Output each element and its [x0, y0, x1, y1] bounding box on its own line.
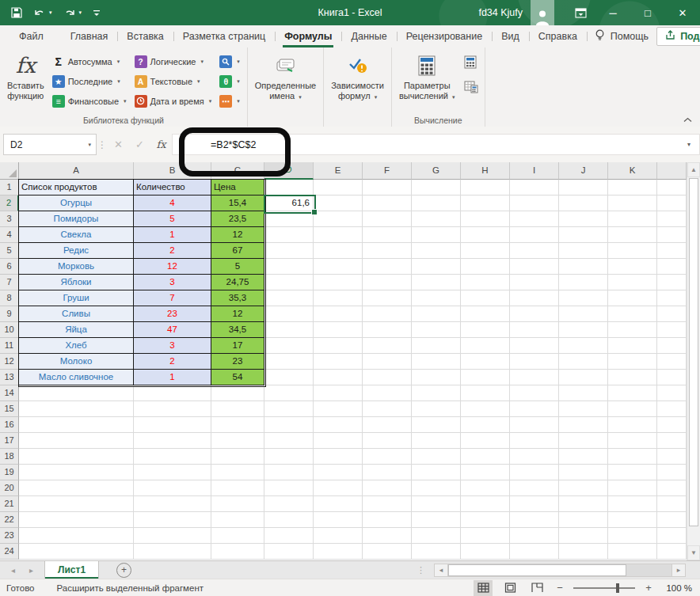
cell-A4[interactable]: Свекла	[19, 227, 134, 243]
cell-E14[interactable]	[314, 385, 363, 401]
cell-A13[interactable]: Масло сливочное	[19, 370, 134, 385]
tab-вид[interactable]: Вид	[492, 25, 529, 47]
insert-function-fx-icon[interactable]: fx	[150, 135, 172, 154]
row-header-16[interactable]: 16	[0, 417, 19, 433]
cell-C13[interactable]: 54	[211, 370, 264, 385]
cell-G17[interactable]	[412, 433, 461, 449]
tab-вставка[interactable]: Вставка	[117, 25, 173, 47]
cell-B24[interactable]	[134, 544, 211, 560]
cell-E10[interactable]	[314, 322, 363, 338]
cell-E21[interactable]	[314, 496, 363, 512]
cell-A3[interactable]: Помидоры	[19, 211, 134, 227]
cell-I17[interactable]	[510, 433, 559, 449]
cell-E11[interactable]	[314, 338, 363, 354]
cell-A24[interactable]	[19, 544, 134, 560]
expand-formula-bar-icon[interactable]: ▾	[679, 134, 700, 155]
cell-B14[interactable]	[134, 385, 211, 401]
cell-C17[interactable]	[211, 433, 264, 449]
cell-partial-21[interactable]	[657, 496, 687, 512]
cell-G15[interactable]	[412, 401, 461, 417]
cell-J13[interactable]	[559, 370, 608, 385]
row-header-4[interactable]: 4	[0, 227, 19, 243]
cell-H1[interactable]	[461, 180, 510, 196]
cell-E15[interactable]	[314, 401, 363, 417]
cell-partial-3[interactable]	[657, 211, 687, 227]
cell-F5[interactable]	[363, 243, 412, 259]
cell-H14[interactable]	[461, 385, 510, 401]
row-header-10[interactable]: 10	[0, 322, 19, 338]
ribbon-display-options-icon[interactable]	[565, 0, 595, 25]
cell-K22[interactable]	[608, 512, 657, 528]
cell-K1[interactable]	[608, 180, 657, 196]
cell-K17[interactable]	[608, 433, 657, 449]
cell-E19[interactable]	[314, 465, 363, 480]
redo-icon[interactable]: ▾	[63, 8, 82, 18]
cell-B8[interactable]: 7	[134, 290, 211, 306]
cell-K18[interactable]	[608, 449, 657, 465]
cell-C5[interactable]: 67	[211, 243, 264, 259]
cell-E8[interactable]	[314, 290, 363, 306]
row-header-11[interactable]: 11	[0, 338, 19, 354]
tab-главная[interactable]: Главная	[61, 25, 118, 47]
zoom-in-icon[interactable]: +	[643, 582, 654, 594]
select-all-corner[interactable]	[0, 162, 19, 180]
column-header-partial[interactable]	[657, 162, 687, 180]
cell-B20[interactable]	[134, 480, 211, 496]
previous-sheet-icon[interactable]: ◂	[11, 566, 15, 575]
cell-H20[interactable]	[461, 480, 510, 496]
cell-I11[interactable]	[510, 338, 559, 354]
cell-B5[interactable]: 2	[134, 243, 211, 259]
cell-C23[interactable]	[211, 528, 264, 544]
defined-names-button[interactable]: Определенныеимена ▾	[251, 49, 320, 102]
cell-H16[interactable]	[461, 417, 510, 433]
cell-A16[interactable]	[19, 417, 134, 433]
cell-J20[interactable]	[559, 480, 608, 496]
cell-partial-19[interactable]	[657, 465, 687, 480]
row-header-18[interactable]: 18	[0, 449, 19, 465]
column-header-A[interactable]: A	[19, 162, 134, 180]
cell-I13[interactable]	[510, 370, 559, 385]
cell-I7[interactable]	[510, 275, 559, 290]
cell-C2[interactable]: 15,4	[211, 196, 264, 211]
cell-G8[interactable]	[412, 290, 461, 306]
insert-function-button[interactable]: fxВставитьфункцию	[3, 49, 48, 101]
cell-B1[interactable]: Количество	[134, 180, 211, 196]
cell-A8[interactable]: Груши	[19, 290, 134, 306]
close-icon[interactable]: ✕	[665, 0, 700, 25]
cell-H17[interactable]	[461, 433, 510, 449]
логические-button[interactable]: ?Логические▾	[131, 51, 216, 71]
cell-J11[interactable]	[559, 338, 608, 354]
cell-E17[interactable]	[314, 433, 363, 449]
cell-C20[interactable]	[211, 480, 264, 496]
cell-F20[interactable]	[363, 480, 412, 496]
cell-I6[interactable]	[510, 259, 559, 275]
cell-G16[interactable]	[412, 417, 461, 433]
cell-K19[interactable]	[608, 465, 657, 480]
cell-B7[interactable]: 3	[134, 275, 211, 290]
cell-G20[interactable]	[412, 480, 461, 496]
cell-I3[interactable]	[510, 211, 559, 227]
cell-E3[interactable]	[314, 211, 363, 227]
cell-G19[interactable]	[412, 465, 461, 480]
column-header-I[interactable]: I	[510, 162, 559, 180]
cell-J4[interactable]	[559, 227, 608, 243]
cell-G11[interactable]	[412, 338, 461, 354]
cell-C11[interactable]: 17	[211, 338, 264, 354]
cell-partial-13[interactable]	[657, 370, 687, 385]
cell-I1[interactable]	[510, 180, 559, 196]
cell-E20[interactable]	[314, 480, 363, 496]
cell-F4[interactable]	[363, 227, 412, 243]
column-header-J[interactable]: J	[559, 162, 608, 180]
cell-I2[interactable]	[510, 196, 559, 211]
formula-bar-handle[interactable]: ⋮	[97, 139, 108, 150]
cell-K23[interactable]	[608, 528, 657, 544]
cell-C14[interactable]	[211, 385, 264, 401]
cell-G2[interactable]	[412, 196, 461, 211]
zoom-slider-thumb[interactable]	[616, 583, 619, 593]
row-header-12[interactable]: 12	[0, 354, 19, 370]
cell-partial-18[interactable]	[657, 449, 687, 465]
zoom-slider[interactable]	[573, 587, 635, 589]
cell-H4[interactable]	[461, 227, 510, 243]
cell-K24[interactable]	[608, 544, 657, 560]
автосумма-button[interactable]: ΣАвтосумма▾	[48, 51, 131, 71]
